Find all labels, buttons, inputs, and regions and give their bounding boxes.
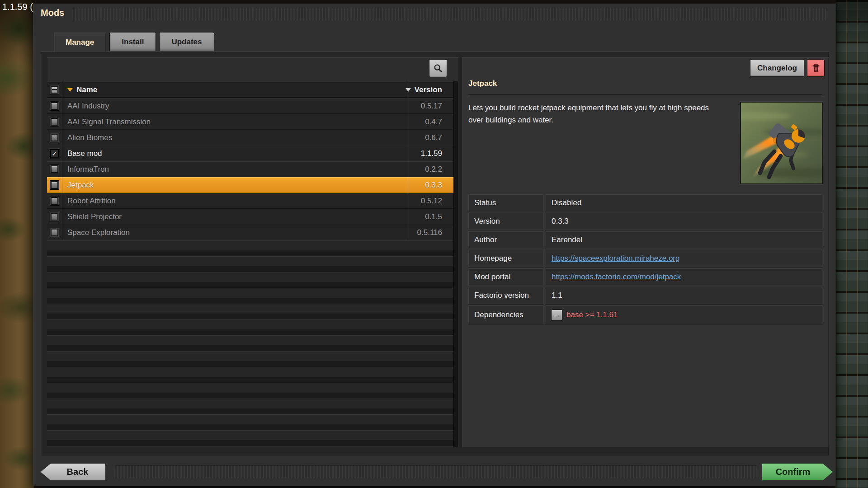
dependency-goto-button[interactable]: → <box>552 310 562 320</box>
mod-name: Alien Biomes <box>67 133 112 142</box>
list-scrollbar[interactable] <box>453 81 458 447</box>
info-label-text: Author <box>474 235 497 244</box>
info-value: 0.3.3 <box>546 213 822 230</box>
sort-by-name-header[interactable]: Name <box>62 81 408 98</box>
mod-enabled-checkbox[interactable] <box>50 212 59 221</box>
footer-drag-handle[interactable] <box>114 465 758 479</box>
info-value-text: 1.1 <box>552 291 562 300</box>
mod-name: Robot Attrition <box>67 197 116 206</box>
mod-checkbox-cell <box>47 225 62 240</box>
info-link-mod-portal[interactable]: https://mods.factorio.com/mod/jetpack <box>552 272 681 282</box>
dialog-title: Mods <box>41 8 64 18</box>
info-row-author: Author Earendel <box>468 231 822 249</box>
mod-enabled-checkbox[interactable] <box>50 181 59 189</box>
mod-row-aai-signal-transmission[interactable]: AAI Signal Transmission 0.4.7 <box>47 114 453 130</box>
back-button[interactable]: Back <box>41 464 105 480</box>
mod-checkbox-cell <box>47 145 62 161</box>
tab-install[interactable]: Install <box>110 33 156 51</box>
mod-version-cell: 0.5.12 <box>408 193 453 209</box>
mod-row-jetpack[interactable]: Jetpack 0.3.3 <box>47 177 453 193</box>
version-column-label: Version <box>415 85 442 94</box>
tab-bar: ManageInstallUpdates <box>54 33 214 51</box>
delete-mod-button[interactable] <box>807 60 824 76</box>
mod-row-space-exploration[interactable]: Space Exploration 0.5.116 <box>47 225 453 240</box>
mod-name: Base mod <box>67 149 102 158</box>
mod-details-panel: Changelog Jetpack Lets you build rocket … <box>462 57 829 447</box>
search-button[interactable] <box>429 60 447 77</box>
dependency-text: base >= 1.1.61 <box>566 310 618 319</box>
sort-desc-icon <box>406 88 411 92</box>
confirm-button[interactable]: Confirm <box>762 464 833 480</box>
mod-enabled-checkbox[interactable] <box>50 133 59 142</box>
info-label-text: Homepage <box>474 254 512 263</box>
mod-version-cell: 1.1.59 <box>408 145 453 161</box>
tab-content-pane: Name Version AAI Industry 0.5.17 <box>41 51 829 455</box>
mod-enabled-checkbox[interactable] <box>50 117 59 126</box>
mod-enabled-checkbox[interactable] <box>50 102 59 110</box>
mod-row-informatron[interactable]: InformaTron 0.2.2 <box>47 161 453 177</box>
game-world-terrain <box>0 0 34 488</box>
tab-label: Manage <box>66 38 94 47</box>
mod-row-base-mod[interactable]: Base mod 1.1.59 <box>47 145 453 161</box>
mod-version-cell: 0.3.3 <box>408 177 453 193</box>
mod-enabled-checkbox[interactable] <box>50 149 59 158</box>
mod-name-cell: Robot Attrition <box>62 193 408 209</box>
select-all-checkbox[interactable] <box>50 85 59 94</box>
mod-info-table: Status Disabled Version 0.3.3 Author Ear… <box>468 194 822 324</box>
divider <box>468 94 822 95</box>
mod-version: 0.5.12 <box>421 197 442 206</box>
info-value: https://mods.factorio.com/mod/jetpack <box>546 268 822 286</box>
mod-enabled-checkbox[interactable] <box>50 165 59 174</box>
info-label: Status <box>468 194 543 211</box>
back-button-label: Back <box>67 467 89 477</box>
info-row-status: Status Disabled <box>468 194 822 211</box>
info-row-mod-portal: Mod portal https://mods.factorio.com/mod… <box>468 268 822 286</box>
mod-version-cell: 0.1.5 <box>408 209 453 225</box>
mod-row-shield-projector[interactable]: Shield Projector 0.1.5 <box>47 209 453 225</box>
tab-updates[interactable]: Updates <box>160 33 213 51</box>
mod-list-rows: AAI Industry 0.5.17 AAI Signal Transmiss… <box>47 98 453 240</box>
mod-version: 0.4.7 <box>425 117 442 127</box>
tab-manage[interactable]: Manage <box>54 33 106 52</box>
mod-version: 0.3.3 <box>425 181 442 190</box>
info-value: https://spaceexploration.miraheze.org <box>546 250 822 267</box>
mod-version-cell: 0.2.2 <box>408 161 453 177</box>
mod-row-aai-industry[interactable]: AAI Industry 0.5.17 <box>47 98 453 114</box>
mod-version: 0.2.2 <box>425 165 442 174</box>
mod-row-alien-biomes[interactable]: Alien Biomes 0.6.7 <box>47 130 453 145</box>
sort-by-version-header[interactable]: Version <box>408 81 453 98</box>
window-drag-handle[interactable] <box>72 8 827 21</box>
info-label: Homepage <box>468 250 543 267</box>
mod-name: AAI Industry <box>67 102 109 111</box>
confirm-button-label: Confirm <box>776 467 811 477</box>
game-version-text: 1.1.59 ( <box>2 2 33 12</box>
mod-version-cell: 0.5.17 <box>408 98 453 114</box>
info-label-text: Mod portal <box>474 272 510 282</box>
mod-name: InformaTron <box>67 165 109 174</box>
info-label: Mod portal <box>468 268 543 286</box>
info-label: Dependencies <box>468 305 543 324</box>
mod-name-cell: Alien Biomes <box>62 130 408 145</box>
info-row-dependencies: Dependencies → base >= 1.1.61 <box>468 305 822 324</box>
info-value-text: 0.3.3 <box>552 217 569 226</box>
info-value-text: Earendel <box>552 235 582 244</box>
mod-version-cell: 0.6.7 <box>408 130 453 145</box>
mod-detail-title: Jetpack <box>468 79 497 88</box>
mod-enabled-checkbox[interactable] <box>50 197 59 205</box>
mod-name-cell: InformaTron <box>62 161 408 177</box>
mod-version: 0.6.7 <box>425 133 442 142</box>
changelog-button[interactable]: Changelog <box>750 60 804 76</box>
name-column-label: Name <box>76 85 97 94</box>
mod-name-cell: Jetpack <box>62 177 408 193</box>
mod-enabled-checkbox[interactable] <box>50 228 59 237</box>
info-value-text: Disabled <box>552 198 581 207</box>
right-arrow-icon: → <box>553 311 561 319</box>
mod-table-header: Name Version <box>47 81 453 98</box>
mod-checkbox-cell <box>47 130 62 145</box>
mod-name: AAI Signal Transmission <box>67 117 151 127</box>
mod-name: Jetpack <box>67 181 94 190</box>
mods-dialog: Mods ManageInstallUpdates <box>33 4 836 486</box>
mod-row-robot-attrition[interactable]: Robot Attrition 0.5.12 <box>47 193 453 209</box>
info-row-homepage: Homepage https://spaceexploration.mirahe… <box>468 250 822 267</box>
info-link-homepage[interactable]: https://spaceexploration.miraheze.org <box>552 254 680 263</box>
